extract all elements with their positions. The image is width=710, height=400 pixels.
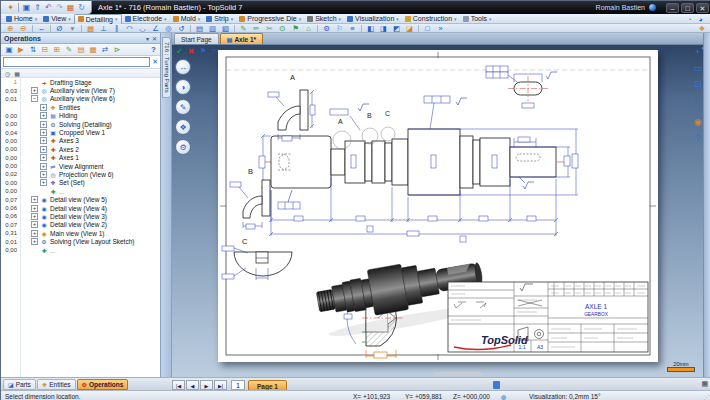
tree-item[interactable]: 0,00+❖Set (Set)	[1, 179, 160, 187]
chevron-down-icon[interactable]: ▾	[231, 16, 234, 22]
toolbar-icon-32[interactable]: ◧	[364, 24, 377, 33]
expand-icon[interactable]: +	[40, 163, 47, 170]
tree-item[interactable]: 0,06+◉Detail view (View 3)	[1, 212, 160, 220]
chevron-down-icon[interactable]: ▾	[115, 16, 118, 22]
tree-item[interactable]: 0,01−◎Auxiliary view (View 6)	[1, 95, 160, 103]
panel-tab-parts[interactable]: ◪Parts	[3, 379, 36, 390]
toolbar-icon-12[interactable]: ◡	[136, 24, 149, 33]
expand-icon[interactable]: +	[40, 154, 47, 161]
ribbon-tab-strip[interactable]: Strip▾	[203, 14, 236, 24]
ribbon-tab-detailing[interactable]: Detailing▾	[74, 14, 122, 24]
toolbar-icon-19[interactable]: ▧	[219, 24, 232, 33]
play-icon[interactable]: ▶	[15, 45, 27, 54]
connection-orb-icon[interactable]	[649, 4, 656, 11]
viewport-icon[interactable]: ▭	[693, 63, 702, 73]
ribbon-tab-electrode[interactable]: Electrode▾	[122, 14, 170, 24]
toolbar-options-icon[interactable]: ❖	[699, 24, 705, 33]
chevron-down-icon[interactable]: ▾	[164, 16, 167, 22]
toolbar-icon-24[interactable]: ⊙	[276, 24, 289, 33]
toolbar-icon-33[interactable]: ◨	[377, 24, 390, 33]
tree-item[interactable]: 0,07+◉Detail view (View 2)	[1, 221, 160, 229]
prev-page-button[interactable]: ◀	[186, 380, 199, 390]
panel-tab-operations[interactable]: ⚙Operations	[77, 379, 129, 390]
tree-item[interactable]: 0,00+✚Axes 2	[1, 145, 160, 153]
toolbar-icon-25[interactable]: ⚑	[289, 24, 302, 33]
render-style-icon[interactable]: ◉	[694, 117, 702, 127]
toolbar-icon-28[interactable]: ⚙	[320, 24, 333, 33]
toolbar-icon-14[interactable]: ◎	[162, 24, 175, 33]
chevron-down-icon[interactable]: ▾	[454, 16, 457, 22]
detail-view-c[interactable]: C	[222, 237, 292, 280]
app-icon[interactable]: ✦	[5, 1, 16, 14]
filter-icon[interactable]: ▣	[3, 45, 15, 54]
chevron-down-icon[interactable]: ▾	[396, 16, 399, 22]
expand-icon[interactable]: +	[40, 171, 47, 178]
expand-icon[interactable]: +	[40, 137, 47, 144]
toolbar-icon-6[interactable]: ▾	[66, 24, 79, 33]
chevron-down-icon[interactable]: ▾	[68, 16, 71, 22]
toolbar-icon-35[interactable]: ◪	[403, 24, 416, 33]
expand-icon[interactable]: +	[40, 121, 47, 128]
canvas-scroll-thumb[interactable]	[434, 372, 482, 376]
tree-item[interactable]: 0,00+✚Axes 1	[1, 154, 160, 162]
toolbar-icon-8[interactable]: ▦	[84, 24, 97, 33]
section-tool[interactable]: ◑	[175, 79, 191, 95]
expand-icon[interactable]: +	[31, 205, 38, 212]
toolbar-icon-21[interactable]: ✎	[237, 24, 250, 33]
globe-icon[interactable]: ◍	[501, 393, 506, 400]
toolbar-icon-26[interactable]: ⌂	[302, 24, 315, 33]
annotation-tool[interactable]: ✎	[175, 99, 191, 115]
ribbon-tab-construction[interactable]: Construction▾	[402, 14, 460, 24]
resize-grip[interactable]: ⋰	[703, 393, 709, 400]
horizontal-scroll-thumb[interactable]	[493, 381, 500, 389]
collapse-icon[interactable]: −	[31, 95, 38, 102]
visualization-setting[interactable]: Visualization: 0,2mm 15°	[529, 393, 601, 400]
detail-view-a[interactable]: A	[268, 73, 315, 141]
toolbar-icon-11[interactable]: ◠	[123, 24, 136, 33]
expand-icon[interactable]: +	[31, 221, 38, 228]
state-column-icon[interactable]: ▦	[14, 70, 20, 77]
toolbar-icon-34[interactable]: ◩	[390, 24, 403, 33]
expand-icon[interactable]: +	[40, 146, 47, 153]
canvas-help-icon[interactable]: ?	[695, 133, 700, 143]
undo-icon[interactable]: ↶	[43, 1, 54, 14]
expand-icon[interactable]: +	[40, 129, 47, 136]
tree-item[interactable]: 0,31+◉Main view (View 1)	[1, 229, 160, 237]
collapse-all-icon[interactable]: ⊟	[39, 45, 51, 54]
sketch-dimension[interactable]	[366, 350, 396, 358]
tree-item[interactable]: 0,00+⚙Solving (Detailing)	[1, 120, 160, 128]
document-tab-start-page[interactable]: Start Page	[174, 33, 219, 44]
save-all-icon[interactable]: ⇑	[32, 1, 43, 14]
toolbar-icon-5[interactable]: Ø	[53, 24, 66, 33]
panel-close-icon[interactable]: ✕	[152, 35, 157, 42]
tree-item[interactable]: 0,00✚...	[1, 246, 160, 254]
swap-icon[interactable]: ⇄	[99, 45, 111, 54]
expand-icon[interactable]: +	[40, 112, 47, 119]
toolbar-icon-17[interactable]: ▤	[193, 24, 206, 33]
restore-button[interactable]: □	[681, 3, 694, 13]
toolbar-icon-9[interactable]: ⊥	[97, 24, 110, 33]
tree-item[interactable]: 0,04+▣Cropped View 1	[1, 128, 160, 136]
keyway-slot-detail[interactable]	[486, 66, 557, 108]
drawing-canvas[interactable]: ✔✖⚑? ↔◑✎❖⚙	[172, 45, 710, 377]
dimension-tool[interactable]: ↔	[175, 59, 191, 75]
zoom-icon[interactable]: Ϙ	[694, 95, 701, 111]
drawing-sheet[interactable]: A B C	[218, 50, 658, 362]
move-icon[interactable]: +	[695, 47, 700, 57]
list-icon[interactable]: ▤	[75, 45, 87, 54]
operations-help-icon[interactable]: ?	[151, 45, 158, 54]
document-tab-axle-1-[interactable]: ▤Axle 1*	[220, 33, 263, 44]
ribbon-tab-visualization[interactable]: Visualization▾	[344, 14, 402, 24]
toolbar-icon-0[interactable]: ⊕	[4, 24, 17, 33]
page-grid-icon[interactable]: ▦	[701, 380, 708, 388]
toolbar-icon-18[interactable]: ▥	[206, 24, 219, 33]
expand-all-icon[interactable]: ⊞	[51, 45, 63, 54]
sort-icon[interactable]: ⇅	[27, 45, 39, 54]
tree-item[interactable]: 0,06+◉Detail view (View 4)	[1, 204, 160, 212]
ribbon-tab-home[interactable]: Home▾	[3, 14, 40, 24]
cancel-icon[interactable]: ✖	[188, 47, 195, 56]
ribbon-tab-mold[interactable]: Mold▾	[170, 14, 204, 24]
redo-icon[interactable]: ↷	[54, 1, 65, 14]
toolbar-icon-1[interactable]: ⊖	[17, 24, 30, 33]
next-icon[interactable]: ⊳	[111, 45, 123, 54]
